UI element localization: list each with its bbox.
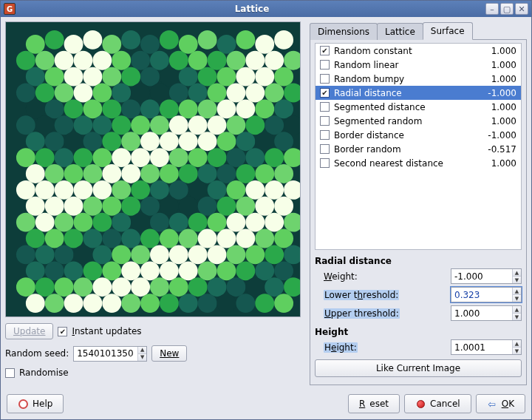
svg-point-34 <box>102 67 121 87</box>
svg-point-233 <box>26 294 45 313</box>
svg-point-27 <box>245 51 265 70</box>
list-item[interactable]: Border random-0.517 <box>316 142 521 156</box>
update-button[interactable]: Update <box>5 323 53 339</box>
svg-point-14 <box>274 30 293 50</box>
svg-point-104 <box>55 148 74 167</box>
svg-point-62 <box>83 99 102 118</box>
tab-lattice[interactable]: Lattice <box>377 23 423 40</box>
upper-threshold-input[interactable]: ▲▼ <box>451 305 522 321</box>
svg-point-6 <box>121 30 140 50</box>
svg-point-63 <box>102 99 121 118</box>
cancel-button[interactable]: Cancel <box>404 394 471 413</box>
svg-point-170 <box>208 213 227 232</box>
list-item[interactable]: ✔Radial distance-1.000 <box>316 86 521 100</box>
svg-point-198 <box>188 245 208 264</box>
svg-point-30 <box>26 67 45 87</box>
list-item-name: Border distance <box>334 130 477 140</box>
list-item[interactable]: Segmented distance1.000 <box>316 100 521 114</box>
svg-point-179 <box>102 229 121 248</box>
svg-point-157 <box>236 197 255 216</box>
spin-down-icon[interactable]: ▼ <box>138 354 146 361</box>
spin-down-icon[interactable]: ▼ <box>513 295 521 302</box>
svg-point-50 <box>131 84 150 103</box>
svg-point-33 <box>83 67 102 87</box>
spin-up-icon[interactable]: ▲ <box>513 269 521 277</box>
svg-point-68 <box>198 99 217 118</box>
svg-point-162 <box>55 213 74 232</box>
svg-point-75 <box>55 115 74 135</box>
svg-point-83 <box>208 115 227 135</box>
list-item-checkbox[interactable] <box>320 116 330 126</box>
list-item-checkbox[interactable]: ✔ <box>320 46 330 55</box>
height-label: Height: <box>324 342 446 353</box>
list-item-checkbox[interactable] <box>320 102 330 112</box>
svg-point-98 <box>217 132 236 151</box>
list-item[interactable]: Random bumpy1.000 <box>316 72 521 86</box>
svg-point-146 <box>26 197 45 216</box>
svg-point-1 <box>26 35 45 54</box>
svg-point-181 <box>140 229 160 248</box>
svg-point-5 <box>102 35 121 54</box>
list-item-checkbox[interactable] <box>320 144 330 154</box>
svg-point-118 <box>45 164 64 183</box>
random-seed-input[interactable]: ▲▼ <box>73 346 147 362</box>
list-item-checkbox[interactable] <box>320 74 330 84</box>
svg-point-69 <box>217 99 236 118</box>
reset-button[interactable]: Reset <box>348 394 400 413</box>
svg-point-212 <box>179 261 198 280</box>
svg-point-172 <box>245 213 265 232</box>
minimize-button[interactable]: – <box>485 3 499 15</box>
tab-dimensions[interactable]: Dimensions <box>310 23 378 40</box>
preview-image <box>5 21 301 317</box>
list-item-checkbox[interactable] <box>320 158 330 168</box>
maximize-button[interactable]: ▢ <box>500 3 514 15</box>
app-icon: G <box>4 3 16 15</box>
spin-down-icon[interactable]: ▼ <box>513 348 521 354</box>
close-button[interactable]: ✕ <box>515 3 528 15</box>
instant-updates-checkbox[interactable]: ✔ <box>58 327 67 336</box>
lower-threshold-input[interactable]: ▲▼ <box>451 287 522 302</box>
surface-list[interactable]: ✔Random constant1.000Random linear1.000R… <box>315 43 522 250</box>
svg-point-153 <box>160 197 179 216</box>
list-item[interactable]: Random linear1.000 <box>316 58 521 72</box>
list-item-checkbox[interactable] <box>320 60 330 70</box>
svg-point-120 <box>83 164 102 183</box>
height-input[interactable]: ▲▼ <box>451 339 522 355</box>
svg-point-51 <box>150 84 169 103</box>
svg-point-224 <box>131 277 150 297</box>
list-item[interactable]: Second nearest distance1.000 <box>316 156 521 170</box>
svg-point-158 <box>255 197 274 216</box>
ok-button[interactable]: ⇦ OK <box>476 394 525 413</box>
spin-up-icon[interactable]: ▲ <box>513 340 521 348</box>
list-item[interactable]: Segmented random1.000 <box>316 114 521 128</box>
svg-point-135 <box>92 180 112 200</box>
svg-point-227 <box>188 277 208 297</box>
tab-surface[interactable]: Surface <box>423 22 473 40</box>
list-item-checkbox[interactable]: ✔ <box>320 88 330 98</box>
svg-point-47 <box>74 84 93 103</box>
list-item-checkbox[interactable] <box>320 130 330 140</box>
spin-up-icon[interactable]: ▲ <box>513 288 521 295</box>
new-seed-button[interactable]: New <box>151 345 187 362</box>
spin-up-icon[interactable]: ▲ <box>513 306 521 314</box>
spin-up-icon[interactable]: ▲ <box>138 347 146 354</box>
svg-point-228 <box>208 277 227 297</box>
randomise-checkbox[interactable] <box>5 368 15 378</box>
list-item[interactable]: Border distance-1.000 <box>316 128 521 142</box>
svg-point-80 <box>150 115 169 135</box>
spin-down-icon[interactable]: ▼ <box>513 314 521 320</box>
list-item-name: Random linear <box>334 60 477 70</box>
like-current-image-button[interactable]: Like Current Image <box>315 359 522 377</box>
list-item-name: Radial distance <box>334 88 477 98</box>
svg-point-178 <box>83 229 102 248</box>
svg-point-152 <box>140 197 160 216</box>
svg-point-184 <box>198 229 217 248</box>
spin-down-icon[interactable]: ▼ <box>513 277 521 283</box>
svg-point-246 <box>274 294 293 313</box>
help-button[interactable]: Help <box>7 394 64 413</box>
list-item-name: Segmented distance <box>334 102 477 112</box>
weight-input[interactable]: ▲▼ <box>451 268 522 284</box>
svg-point-122 <box>121 164 140 183</box>
list-item[interactable]: ✔Random constant1.000 <box>316 44 521 58</box>
svg-point-144 <box>265 180 284 200</box>
